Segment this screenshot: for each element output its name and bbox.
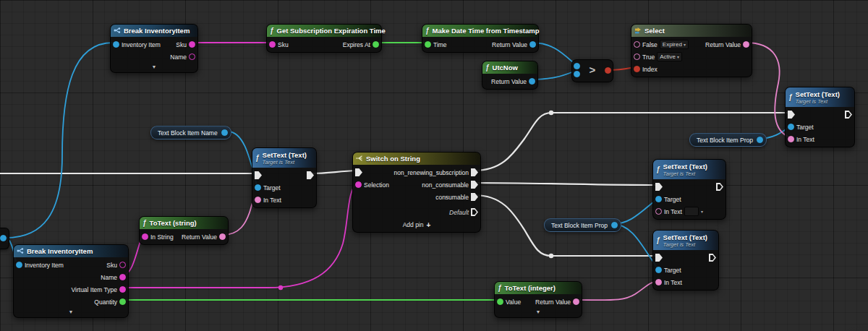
true-value-dropdown[interactable]: Active▾ <box>657 52 682 61</box>
virtual-item-type-output-pin[interactable] <box>119 286 126 293</box>
node-title: SetText (Text) <box>663 233 707 241</box>
case-non-renewing-subscription-pin[interactable] <box>471 168 478 176</box>
selection-input-pin[interactable] <box>355 181 362 188</box>
node-settext-top-right[interactable]: ƒ SetText (Text)Target is Text Target In… <box>785 87 855 147</box>
node-select[interactable]: Select False Expired▾ Return Value True … <box>631 24 752 77</box>
return-value-output-pin[interactable] <box>529 41 536 48</box>
expires-at-output-pin[interactable] <box>373 41 379 48</box>
object-output-pin[interactable] <box>0 235 7 241</box>
node-title: Switch on String <box>366 155 420 163</box>
wire-text-totextint-to-settext-bottomright-intext <box>576 281 658 300</box>
reroute-node[interactable] <box>549 254 553 258</box>
node-partial-offscreen[interactable] <box>0 228 9 249</box>
reroute-node[interactable] <box>549 111 553 115</box>
chevron-down-icon[interactable]: ▾ <box>701 210 703 214</box>
function-icon: ƒ <box>485 64 490 72</box>
name-output-pin[interactable] <box>189 53 195 60</box>
plus-icon: + <box>427 222 431 228</box>
case-consumable-pin[interactable] <box>471 193 478 201</box>
blueprint-graph-canvas[interactable]: Break InventoryItem Inventory Item Sku N… <box>0 0 868 331</box>
value-input-pin[interactable] <box>497 298 503 305</box>
greater-input-b-pin[interactable] <box>574 71 580 77</box>
return-value-output-pin[interactable] <box>573 298 579 305</box>
default-exec-pin[interactable] <box>471 208 478 216</box>
collapse-arrow-icon[interactable]: ▼ <box>152 64 157 70</box>
node-totext-integer[interactable]: ƒ ToText (integer) Value Return Value ▼ <box>494 281 582 318</box>
add-pin-button[interactable]: Add pin + <box>353 220 480 232</box>
exec-out-pin[interactable] <box>307 171 314 179</box>
true-input-pin[interactable] <box>634 53 640 60</box>
node-title: Select <box>644 27 665 35</box>
node-subtitle: Target is Text <box>663 171 707 177</box>
in-text-input-pin[interactable] <box>255 197 261 203</box>
false-value-dropdown[interactable]: Expired▾ <box>660 40 689 49</box>
add-pin-label: Add pin <box>403 221 424 228</box>
sku-output-pin[interactable] <box>189 41 195 48</box>
in-text-value-box[interactable] <box>684 207 699 216</box>
node-settext-bottom-right[interactable]: ƒ SetText (Text)Target is Text Target In… <box>652 230 719 291</box>
target-input-pin[interactable] <box>255 184 261 191</box>
function-icon: ƒ <box>255 155 260 162</box>
wire-exec-switch-case1-to-settext-midright <box>475 183 658 185</box>
node-var-text-block-item-prop-bottom[interactable]: Text Block Item Prop <box>544 218 621 232</box>
in-text-input-pin[interactable] <box>655 279 662 285</box>
false-input-pin[interactable] <box>634 41 640 48</box>
exec-in-pin[interactable] <box>255 171 262 179</box>
node-get-subscription-expiration-time[interactable]: ƒ Get Subscription Expiration Time Sku E… <box>266 24 382 53</box>
exec-out-pin[interactable] <box>845 111 852 119</box>
node-settext-middle[interactable]: ƒ SetText (Text)Target is Text Target In… <box>252 147 317 208</box>
exec-out-pin[interactable] <box>716 183 723 191</box>
greater-result-pin[interactable] <box>605 67 611 74</box>
node-utcnow[interactable]: ƒ UtcNow Return Value <box>482 61 538 90</box>
return-value-output-pin[interactable] <box>529 78 535 85</box>
node-var-text-block-item-name[interactable]: Text Block Item Name <box>150 126 231 139</box>
return-value-output-pin[interactable] <box>219 233 226 240</box>
quantity-output-pin[interactable] <box>119 298 126 305</box>
node-var-text-block-item-prop-top[interactable]: Text Block Item Prop <box>689 133 767 147</box>
node-make-datetime-from-timestamp[interactable]: ƒ Make Date Time from Timestamp Time Ret… <box>422 24 539 53</box>
greater-input-a-pin[interactable] <box>574 63 580 69</box>
function-icon: ƒ <box>656 237 660 244</box>
in-string-input-pin[interactable] <box>142 233 148 240</box>
inventory-item-input-pin[interactable] <box>16 262 22 268</box>
collapse-arrow-icon[interactable]: ▼ <box>69 309 74 315</box>
name-output-pin[interactable] <box>119 274 126 280</box>
reroute-node[interactable] <box>278 285 283 290</box>
variable-label: Text Block Item Prop <box>551 222 608 229</box>
variable-output-pin[interactable] <box>221 129 228 136</box>
in-text-input-pin[interactable] <box>788 136 794 142</box>
exec-in-pin[interactable] <box>655 183 663 191</box>
exec-in-pin[interactable] <box>788 111 795 119</box>
target-input-pin[interactable] <box>655 267 662 273</box>
target-input-pin[interactable] <box>655 196 662 202</box>
case-non-consumable-pin[interactable] <box>471 181 478 189</box>
exec-in-pin[interactable] <box>655 254 663 262</box>
node-switch-on-string[interactable]: Switch on String non_renewing_subscripti… <box>352 152 481 233</box>
function-icon: ƒ <box>425 27 430 35</box>
variable-output-pin[interactable] <box>757 137 763 143</box>
node-break-inventoryitem-bottom[interactable]: Break InventoryItem Inventory Item Sku N… <box>13 244 129 318</box>
node-break-inventoryitem-top[interactable]: Break InventoryItem Inventory Item Sku N… <box>110 24 198 73</box>
node-greater-than[interactable]: > <box>571 59 613 82</box>
variable-output-pin[interactable] <box>611 222 618 228</box>
function-icon: ƒ <box>270 27 274 35</box>
sku-output-pin[interactable] <box>119 262 126 268</box>
return-value-output-pin[interactable] <box>743 41 749 48</box>
exec-in-pin[interactable] <box>355 168 362 176</box>
node-settext-middle-right[interactable]: ƒ SetText (Text)Target is Text Target In… <box>652 159 726 220</box>
time-input-pin[interactable] <box>425 41 431 48</box>
target-input-pin[interactable] <box>788 124 794 130</box>
node-title: ToText (integer) <box>505 284 556 292</box>
node-title: ToText (string) <box>150 219 197 227</box>
in-text-input-pin[interactable] <box>655 208 662 215</box>
node-title: Get Subscription Expiration Time <box>277 27 386 35</box>
node-totext-string[interactable]: ƒ ToText (string) In String Return Value <box>139 216 229 245</box>
exec-out-pin[interactable] <box>709 254 716 262</box>
wire-exec-settext-mid-to-switch <box>310 171 357 173</box>
true-value: Active <box>660 53 676 61</box>
inventory-item-input-pin[interactable] <box>113 41 119 48</box>
sku-input-pin[interactable] <box>269 41 276 48</box>
collapse-arrow-icon[interactable]: ▼ <box>536 309 541 315</box>
index-input-pin[interactable] <box>634 66 640 72</box>
chevron-down-icon: ▾ <box>684 43 686 47</box>
